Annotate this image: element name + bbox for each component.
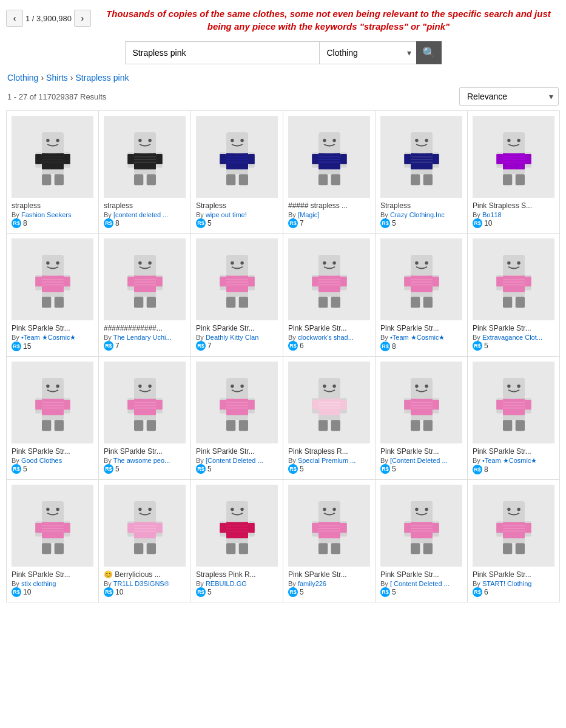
item-card[interactable]: ##### strapless ...By [Magic]R$7 [283,111,376,234]
breadcrumb-clothing[interactable]: Clothing [7,73,38,83]
item-card[interactable]: Pink SParkle Str...By •Team ★Cosmic★R$8 [376,234,468,357]
item-card[interactable]: straplessBy [content deleted ...R$8 [99,111,191,234]
item-creator[interactable]: The Lendary Uchi... [113,334,172,341]
svg-rect-55 [331,174,340,185]
svg-rect-295 [146,543,155,554]
item-card[interactable]: Pink Strapless R...By Special Premium ..… [283,357,376,480]
breadcrumb-shirts[interactable]: Shirts [46,73,68,83]
svg-point-298 [138,508,141,511]
prev-page-button[interactable]: ‹ [6,10,23,27]
svg-point-209 [148,385,151,388]
svg-point-134 [240,261,243,265]
svg-rect-136 [318,275,340,292]
item-creator[interactable]: Bo118 [482,211,502,218]
item-card[interactable]: Pink SParkle Str...By The awsome peo...R… [99,357,191,480]
svg-rect-122 [226,279,248,280]
svg-rect-158 [433,277,439,286]
item-card[interactable]: Pink SParkle Str...By START! ClothingR$6 [468,480,560,602]
item-card[interactable]: Pink SParkle Str...By family226R$5 [283,480,376,602]
item-card[interactable]: Pink SParkle Str...By Deathly Kitty Clan… [191,234,283,357]
item-creator[interactable]: stix clothing [21,580,56,587]
item-card[interactable]: 😊 Berrylicious ...By TR1LL D3SIGNS®R$10 [99,480,191,602]
item-creator[interactable]: Good Clothes [21,457,62,464]
item-creator[interactable]: [Content Deleted ... [390,457,448,464]
item-creator[interactable]: START! Clothing [482,580,532,587]
item-creator[interactable]: REBUILD.GG [206,580,247,587]
item-price: R$5 [104,464,186,474]
item-creator[interactable]: Extravagance Clot... [482,334,542,341]
item-name: Pink SParkle Str... [473,570,554,579]
item-creator[interactable]: family226 [298,580,326,587]
category-select[interactable]: Clothing All Categories Shirts Pants T-S… [319,41,416,64]
item-creator[interactable]: The awsome peo... [113,457,170,464]
svg-rect-321 [312,523,318,533]
item-card[interactable]: Pink SParkle Str...By •Team ★Cosmic★R$15 [7,234,99,357]
item-name: strapless [104,201,186,210]
item-card[interactable]: Strapless Pink R...By REBUILD.GGR$5 [191,480,283,602]
item-creator[interactable]: TR1LL D3SIGNS® [113,580,169,587]
item-creator[interactable]: Deathly Kitty Clan [206,334,258,341]
item-card[interactable]: Pink SParkle Str...By [Content Deleted .… [191,357,283,480]
item-creator[interactable]: •Team ★Cosmic★ [390,334,445,341]
price-value: 5 [207,219,212,228]
item-creator-label: By Deathly Kitty Clan [196,334,278,341]
item-thumbnail [196,362,278,443]
price-value: 8 [115,219,120,228]
svg-rect-263 [525,400,531,410]
item-card[interactable]: straplessBy Fashion SeekersR$8 [7,111,99,234]
svg-point-179 [517,261,520,265]
svg-rect-108 [134,281,156,283]
item-creator[interactable]: Special Premium ... [298,457,355,464]
breadcrumb-current[interactable]: Strapless pink [76,73,129,83]
item-creator-label: By REBUILD.GG [196,580,278,587]
svg-rect-291 [127,523,134,533]
search-button[interactable]: 🔍 [416,41,442,64]
item-creator[interactable]: Fashion Seekers [21,211,72,218]
item-card[interactable]: Pink SParkle Str...By Extravagance Clot.… [468,234,560,357]
item-name: Pink SParkle Str... [288,324,370,332]
item-card[interactable]: Pink SParkle Str...By clockwork's shad..… [283,234,376,357]
svg-rect-273 [42,528,64,529]
item-creator[interactable]: •Team ★Cosmic★ [21,334,76,341]
svg-rect-272 [42,525,64,527]
svg-rect-9 [42,174,51,185]
svg-rect-115 [146,297,155,308]
item-creator[interactable]: wipe out time! [206,211,247,218]
item-creator[interactable]: Crazy Clothing.Inc [390,211,445,218]
item-creator[interactable]: clockwork's shad... [298,334,354,341]
svg-rect-351 [496,523,503,533]
svg-rect-181 [42,399,64,415]
svg-rect-282 [42,501,64,522]
item-creator[interactable]: [Magic] [298,211,319,218]
item-name: Pink Strapless R... [288,447,370,456]
item-creator[interactable]: [ Content Deleted ... [390,580,450,587]
item-card[interactable]: Pink Strapless S...By Bo118R$10 [468,111,560,234]
item-card[interactable]: #############...By The Lendary Uchi...R$… [99,234,191,357]
item-name: Pink SParkle Str... [473,447,554,456]
item-creator[interactable]: •Team ★Cosmic★ [482,457,537,464]
search-input[interactable] [125,41,319,64]
svg-rect-278 [64,523,70,533]
item-card[interactable]: Pink SParkle Str...By •Team ★Cosmic★R$8 [468,357,560,480]
item-creator[interactable]: [content deleted ... [113,211,169,218]
item-card[interactable]: Pink SParkle Str...By [Content Deleted .… [376,357,468,480]
item-price: R$5 [196,218,278,228]
item-card[interactable]: Pink SParkle Str...By stix clothingR$10 [7,480,99,602]
svg-rect-68 [433,154,439,164]
svg-point-28 [138,139,141,142]
item-creator[interactable]: [Content Deleted ... [206,457,263,464]
item-card[interactable]: Pink SParkle Str...By Good ClothesR$5 [7,357,99,480]
svg-point-344 [425,508,428,511]
item-card[interactable]: Pink SParkle Str...By [ Content Deleted … [376,480,468,602]
item-price: R$5 [196,587,278,597]
item-card[interactable]: StraplessBy wipe out time!R$5 [191,111,283,234]
next-page-button[interactable]: › [74,10,91,27]
svg-point-178 [507,261,510,265]
top-bar: ‹ 1 / 3,900,980 › Thousands of copies of… [0,0,566,38]
item-creator-label: By •Team ★Cosmic★ [473,457,554,465]
item-card[interactable]: StraplessBy Crazy Clothing.IncR$5 [376,111,468,234]
sort-select[interactable]: Relevance Price (Low to High) Price (Hig… [460,88,558,105]
robux-icon: R$ [288,341,298,351]
robux-icon: R$ [380,218,390,228]
svg-rect-287 [134,525,156,527]
